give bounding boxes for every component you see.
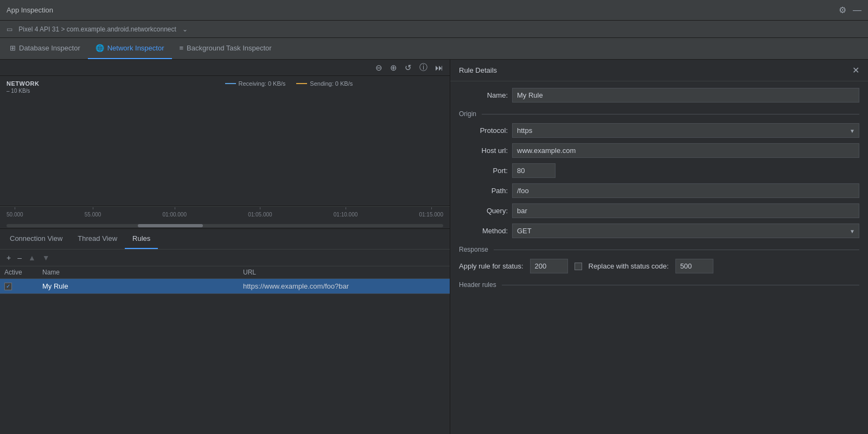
- replace-input[interactable]: [675, 259, 713, 273]
- tick-4: 01:10.000: [334, 212, 358, 218]
- tab-network-label: Network Inspector: [107, 44, 164, 52]
- protocol-select[interactable]: https http any: [512, 123, 859, 138]
- table-row[interactable]: ✓ My Rule https://www.example.com/foo?ba…: [0, 279, 450, 294]
- device-icon: ▭: [7, 25, 12, 33]
- info-button[interactable]: ⓘ: [417, 61, 430, 74]
- network-chart: NETWORK – 10 KB/s Receiving: 0 KB/s Send…: [0, 76, 450, 206]
- rule-active-checkbox[interactable]: ✓: [4, 283, 12, 290]
- network-legend: Receiving: 0 KB/s Sending: 0 KB/s: [225, 80, 353, 87]
- tick-1: 55.000: [85, 212, 101, 218]
- network-chart-scale: – 10 KB/s: [7, 88, 443, 94]
- zoom-out-button[interactable]: ⊖: [373, 62, 385, 74]
- name-label: Name:: [459, 91, 508, 99]
- scrollbar-thumb[interactable]: [138, 224, 203, 227]
- settings-icon[interactable]: ⚙: [839, 5, 846, 15]
- query-input[interactable]: [512, 203, 859, 218]
- origin-label: Origin: [459, 110, 476, 118]
- protocol-select-wrapper: https http any ▼: [512, 123, 859, 138]
- tab-database[interactable]: ⊞ Database Inspector: [2, 38, 88, 59]
- minimize-button[interactable]: —: [853, 5, 861, 15]
- timeline-ruler: 50.000 55.000 01:00.000 01:05.000 01:10.…: [0, 206, 450, 222]
- rule-active-cell: ✓: [0, 279, 38, 294]
- tick-5: 01:15.000: [419, 212, 443, 218]
- header-rules-section: Header rules: [459, 281, 859, 289]
- reset-button[interactable]: ↺: [403, 62, 414, 74]
- sub-tab-connection[interactable]: Connection View: [2, 229, 70, 249]
- device-bar: ▭ Pixel 4 API 31 > com.example.android.n…: [0, 21, 868, 38]
- response-status-row: Apply rule for status: Replace with stat…: [459, 259, 859, 273]
- origin-divider-line: [482, 114, 859, 114]
- move-up-button[interactable]: ▲: [26, 253, 38, 263]
- name-input[interactable]: [512, 88, 859, 103]
- receiving-label: Receiving: 0 KB/s: [239, 80, 286, 87]
- connection-view-label: Connection View: [10, 234, 62, 242]
- rules-toolbar: + – ▲ ▼: [0, 250, 450, 266]
- tick-3: 01:05.000: [248, 212, 272, 218]
- legend-sending: Sending: 0 KB/s: [296, 80, 353, 87]
- thread-view-label: Thread View: [78, 234, 117, 242]
- device-text: Pixel 4 API 31 > com.example.android.net…: [18, 25, 176, 33]
- ruler-ticks: 50.000 55.000 01:00.000 01:05.000 01:10.…: [7, 212, 443, 218]
- path-label: Path:: [459, 187, 508, 195]
- zoom-in-button[interactable]: ⊕: [388, 62, 399, 74]
- response-section: Response: [459, 246, 859, 253]
- chart-toolbar: ⊖ ⊕ ↺ ⓘ ⏭: [0, 60, 450, 76]
- col-active: Active: [0, 266, 38, 279]
- query-row: Query:: [459, 203, 859, 218]
- skip-button[interactable]: ⏭: [433, 62, 445, 73]
- sending-label: Sending: 0 KB/s: [310, 80, 353, 87]
- rules-table: Active Name URL ✓ My Rule htt: [0, 266, 450, 434]
- sub-tab-bar: Connection View Thread View Rules: [0, 229, 450, 250]
- replace-label: Replace with status code:: [589, 262, 669, 270]
- host-url-input[interactable]: [512, 143, 859, 158]
- tab-bar: ⊞ Database Inspector 🌐 Network Inspector…: [0, 38, 868, 60]
- tab-database-label: Database Inspector: [19, 44, 80, 52]
- legend-receiving: Receiving: 0 KB/s: [225, 80, 286, 87]
- response-label: Response: [459, 246, 488, 253]
- apply-rule-label: Apply rule for status:: [459, 262, 524, 270]
- move-down-button[interactable]: ▼: [40, 253, 52, 263]
- method-label: Method:: [459, 227, 508, 235]
- rules-label: Rules: [132, 234, 150, 242]
- method-row: Method: GET POST PUT DELETE any ▼: [459, 224, 859, 238]
- close-rule-details-button[interactable]: ✕: [852, 65, 859, 75]
- path-row: Path:: [459, 183, 859, 198]
- rule-details-content: Name: Origin Protocol: https http any ▼: [450, 81, 868, 301]
- add-rule-button[interactable]: +: [4, 253, 13, 263]
- apply-rule-input[interactable]: [530, 259, 568, 273]
- remove-rule-button[interactable]: –: [15, 253, 24, 263]
- title-bar-right: ⚙ —: [839, 5, 861, 15]
- port-row: Port:: [459, 163, 859, 178]
- response-divider-line: [494, 250, 859, 250]
- port-input[interactable]: [512, 163, 556, 178]
- scrollbar-track: [7, 224, 443, 227]
- tab-network[interactable]: 🌐 Network Inspector: [88, 38, 172, 59]
- sub-tab-thread[interactable]: Thread View: [70, 229, 125, 249]
- tab-background-label: Background Task Inspector: [187, 44, 272, 52]
- device-chevron: ⌄: [182, 25, 188, 33]
- right-panel: Rule Details ✕ Name: Origin Protocol: ht…: [450, 60, 868, 434]
- method-select[interactable]: GET POST PUT DELETE any: [512, 224, 859, 238]
- rule-details-header: Rule Details ✕: [450, 60, 868, 81]
- protocol-row: Protocol: https http any ▼: [459, 123, 859, 138]
- title-bar: App Inspection ⚙ —: [0, 0, 868, 21]
- receiving-line: [225, 83, 236, 84]
- replace-checkbox[interactable]: [575, 263, 582, 270]
- path-input[interactable]: [512, 183, 859, 198]
- rule-url-cell: https://www.example.com/foo?bar: [239, 279, 450, 294]
- col-url: URL: [239, 266, 450, 279]
- rule-details-title: Rule Details: [459, 66, 497, 74]
- app-title: App Inspection: [7, 6, 53, 14]
- sending-line: [296, 83, 307, 84]
- host-url-label: Host url:: [459, 146, 508, 155]
- background-icon: ≡: [180, 44, 184, 52]
- device-info[interactable]: ▭ Pixel 4 API 31 > com.example.android.n…: [7, 25, 188, 33]
- left-panel: ⊖ ⊕ ↺ ⓘ ⏭ NETWORK – 10 KB/s Receiving: 0…: [0, 60, 450, 434]
- protocol-label: Protocol:: [459, 126, 508, 135]
- tab-background[interactable]: ≡ Background Task Inspector: [172, 38, 279, 59]
- tick-2: 01:00.000: [163, 212, 187, 218]
- title-bar-left: App Inspection: [7, 6, 53, 14]
- port-label: Port:: [459, 167, 508, 175]
- sub-tab-rules[interactable]: Rules: [125, 229, 158, 249]
- timeline-scrollbar[interactable]: [0, 222, 450, 229]
